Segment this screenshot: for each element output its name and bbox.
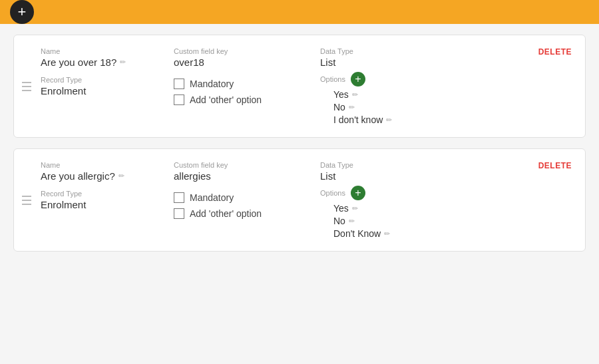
add-option-button[interactable]: + (351, 186, 365, 200)
delete-col: DELETE (525, 47, 572, 57)
name-value: Are you allergic? ✏ (41, 170, 174, 182)
checkbox-area: Mandatory Add 'other' option (174, 187, 320, 224)
name-edit-icon[interactable]: ✏ (120, 58, 126, 67)
option-edit-icon[interactable]: ✏ (352, 91, 358, 99)
field-meta-right: Data Type List Options + Yes ✏ (320, 161, 525, 239)
other-option-label: Add 'other' option (190, 208, 262, 219)
type-label: Data Type (320, 47, 525, 55)
options-label: Options (320, 189, 345, 197)
content-area: Name Are you over 18? ✏ Record Type Enro… (0, 24, 599, 262)
name-edit-icon[interactable]: ✏ (118, 172, 124, 180)
name-label: Name (41, 47, 174, 55)
other-option-checkbox[interactable] (174, 94, 184, 105)
field-meta-middle: Custom field key allergies Mandatory Add… (174, 161, 320, 239)
field-card: Name Are you over 18? ✏ Record Type Enro… (13, 35, 586, 138)
option-edit-icon[interactable]: ✏ (349, 217, 355, 226)
key-value: over18 (174, 57, 320, 68)
add-option-button[interactable]: + (351, 72, 365, 87)
option-edit-icon[interactable]: ✏ (386, 116, 392, 124)
other-option-label: Add 'other' option (190, 94, 262, 105)
key-label: Custom field key (174, 161, 320, 169)
option-item: Don't Know ✏ (333, 228, 525, 239)
option-item: No ✏ (333, 102, 525, 112)
key-value: allergies (174, 170, 320, 182)
field-meta-left: Name Are you over 18? ✏ Record Type Enro… (41, 47, 174, 125)
add-field-button[interactable]: + (10, 0, 34, 24)
record-label: Record Type (41, 76, 174, 84)
options-list: Yes ✏ No ✏ I don't know ✏ (320, 89, 525, 125)
mandatory-label: Mandatory (190, 79, 234, 89)
field-meta-middle: Custom field key over18 Mandatory Add 'o… (174, 47, 320, 125)
type-label: Data Type (320, 161, 525, 169)
option-item: Yes ✏ (333, 89, 525, 100)
field-card: Name Are you allergic? ✏ Record Type Enr… (13, 148, 586, 252)
mandatory-checkbox[interactable] (174, 192, 184, 203)
option-edit-icon[interactable]: ✏ (352, 204, 358, 213)
option-item: I don't know ✏ (333, 114, 525, 125)
record-label: Record Type (41, 190, 174, 198)
mandatory-label: Mandatory (190, 192, 234, 203)
type-value: List (320, 170, 525, 182)
option-edit-icon[interactable]: ✏ (384, 230, 390, 238)
options-list: Yes ✏ No ✏ Don't Know ✏ (320, 203, 525, 239)
type-value: List (320, 57, 525, 68)
record-value: Enrolment (41, 85, 174, 96)
drag-handle[interactable] (22, 81, 31, 92)
other-option-checkbox[interactable] (174, 208, 184, 219)
delete-button[interactable]: DELETE (538, 161, 572, 170)
name-value: Are you over 18? ✏ (41, 57, 174, 68)
options-header: Options + (320, 186, 525, 200)
delete-button[interactable]: DELETE (538, 47, 572, 57)
checkbox-area: Mandatory Add 'other' option (174, 73, 320, 110)
mandatory-checkbox[interactable] (174, 79, 184, 89)
record-value: Enrolment (41, 199, 174, 210)
field-meta-right: Data Type List Options + Yes ✏ (320, 47, 525, 125)
option-item: Yes ✏ (333, 203, 525, 214)
options-header: Options + (320, 72, 525, 87)
options-label: Options (320, 75, 345, 83)
delete-col: DELETE (525, 161, 572, 170)
header: + (0, 0, 599, 24)
field-meta-left: Name Are you allergic? ✏ Record Type Enr… (41, 161, 174, 239)
option-item: No ✏ (333, 216, 525, 226)
name-label: Name (41, 161, 174, 169)
option-edit-icon[interactable]: ✏ (349, 103, 355, 112)
drag-handle[interactable] (22, 195, 31, 206)
key-label: Custom field key (174, 47, 320, 55)
